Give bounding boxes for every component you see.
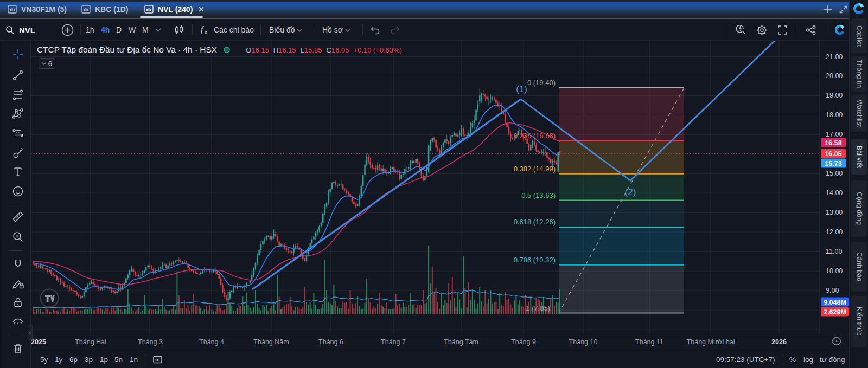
- svg-text:0.618 (12.26): 0.618 (12.26): [514, 218, 556, 226]
- svg-text:(2): (2): [625, 187, 636, 197]
- svg-text:0.5 (13.63): 0.5 (13.63): [521, 191, 556, 199]
- svg-text:1 (7.85): 1 (7.85): [526, 304, 550, 312]
- svg-text:0 (19.40): 0 (19.40): [527, 79, 556, 87]
- svg-text:0.786 (10.32): 0.786 (10.32): [514, 256, 556, 264]
- svg-text:0.382 (14.99): 0.382 (14.99): [514, 165, 556, 173]
- svg-text:f: f: [201, 25, 204, 34]
- svg-text:(1): (1): [516, 84, 527, 94]
- svg-text:0.236 (16.68): 0.236 (16.68): [514, 132, 556, 140]
- svg-text:x: x: [205, 30, 207, 35]
